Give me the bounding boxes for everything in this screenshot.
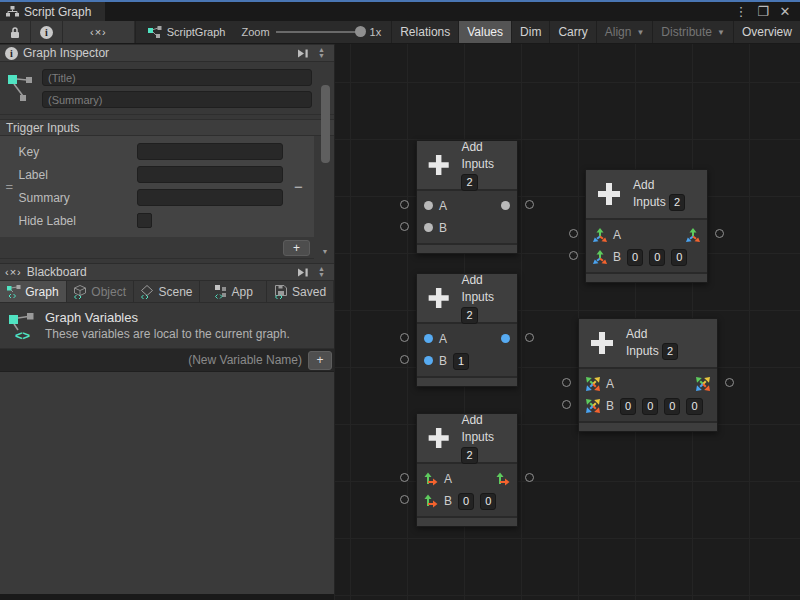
external-input-port-circle[interactable]: [569, 229, 578, 238]
dock-icon[interactable]: [297, 49, 309, 58]
external-output-port-circle[interactable]: [715, 229, 724, 238]
tab-scene[interactable]: Scene: [134, 281, 201, 302]
toolbar-button-distribute[interactable]: Distribute▼: [652, 21, 733, 43]
close-icon[interactable]: ✕: [776, 4, 794, 19]
vector2-port-icon[interactable]: [424, 472, 438, 486]
external-input-port-circle[interactable]: [562, 400, 571, 409]
port-value-box[interactable]: 0: [480, 493, 496, 510]
port-value-box[interactable]: 1: [453, 353, 469, 370]
vector3-port-icon[interactable]: [686, 228, 700, 242]
toolbar-button-relations[interactable]: Relations: [391, 21, 458, 43]
port-value-box[interactable]: 0: [620, 398, 636, 415]
vector4-port-icon[interactable]: [586, 399, 600, 413]
input-port[interactable]: [424, 221, 433, 235]
graph-canvas[interactable]: Add Inputs 2 A B Add Inputs 2 A: [335, 44, 800, 600]
output-port[interactable]: [496, 472, 510, 486]
node-header[interactable]: Add Inputs 2: [417, 414, 517, 462]
vector4-port-icon[interactable]: [696, 377, 710, 391]
toolbar-button-overview[interactable]: Overview: [733, 21, 800, 43]
node-header[interactable]: Add Inputs 2: [586, 170, 707, 218]
port-value-box[interactable]: 0: [671, 249, 687, 266]
external-input-port-circle[interactable]: [400, 222, 409, 231]
tab-graph[interactable]: Graph: [0, 281, 67, 302]
toolbar-button-align[interactable]: Align▼: [596, 21, 653, 43]
zoom-slider-handle[interactable]: [355, 26, 366, 37]
external-input-port-circle[interactable]: [400, 200, 409, 209]
remove-item-button[interactable]: −: [294, 178, 303, 195]
external-input-port-circle[interactable]: [562, 378, 571, 387]
graph-summary-input[interactable]: [42, 91, 312, 108]
graph-node-add-inputs[interactable]: Add Inputs 2 A B0000: [578, 318, 718, 432]
zoom-slider[interactable]: [276, 31, 364, 33]
external-output-port-circle[interactable]: [525, 473, 534, 482]
toolbar-button-carry[interactable]: Carry: [549, 21, 595, 43]
maximize-icon[interactable]: ❐: [754, 4, 772, 19]
external-input-port-circle[interactable]: [569, 251, 578, 260]
object-port-icon[interactable]: [424, 201, 433, 210]
input-port[interactable]: [593, 250, 607, 264]
vector2-port-icon[interactable]: [424, 494, 438, 508]
label-field[interactable]: [137, 166, 283, 183]
toolbar-button-dim[interactable]: Dim: [511, 21, 549, 43]
input-count-box[interactable]: 2: [461, 174, 477, 191]
input-port[interactable]: [586, 377, 600, 391]
external-output-port-circle[interactable]: [525, 333, 534, 342]
input-port[interactable]: [424, 199, 433, 213]
node-header[interactable]: Add Inputs 2: [579, 319, 717, 367]
port-value-box[interactable]: 0: [664, 398, 680, 415]
node-header[interactable]: Add Inputs 2: [417, 141, 517, 189]
input-port[interactable]: [424, 494, 438, 508]
port-value-box[interactable]: 0: [642, 398, 658, 415]
window-menu-icon[interactable]: ⋮: [732, 4, 750, 19]
external-input-port-circle[interactable]: [400, 473, 409, 482]
add-item-button[interactable]: +: [283, 240, 310, 256]
summary-field[interactable]: [137, 189, 283, 206]
output-port[interactable]: [501, 199, 510, 213]
external-input-port-circle[interactable]: [400, 333, 409, 342]
integer-port-icon[interactable]: [501, 334, 510, 343]
vector4-port-icon[interactable]: [586, 377, 600, 391]
node-header[interactable]: Add Inputs 2: [417, 274, 517, 322]
output-port[interactable]: [686, 228, 700, 242]
key-field[interactable]: [137, 143, 283, 160]
blackboard-scroll-arrows[interactable]: ▲▼: [314, 266, 329, 278]
info-button[interactable]: i: [31, 21, 63, 43]
graph-node-add-inputs[interactable]: Add Inputs 2 A B00: [416, 413, 518, 527]
input-count-box[interactable]: 2: [662, 343, 678, 360]
input-port[interactable]: [424, 332, 433, 346]
tab-object[interactable]: Object: [67, 281, 134, 302]
blackboard-dock-icon[interactable]: [297, 268, 309, 277]
scrollbar-thumb[interactable]: [321, 85, 330, 163]
port-value-box[interactable]: 0: [627, 249, 643, 266]
input-port[interactable]: [593, 228, 607, 242]
add-variable-button[interactable]: +: [308, 351, 332, 370]
input-port[interactable]: [424, 354, 433, 368]
graph-node-add-inputs[interactable]: Add Inputs 2 A B000: [585, 169, 708, 283]
integer-port-icon[interactable]: [424, 334, 433, 343]
output-port[interactable]: [696, 377, 710, 391]
inspector-scroll-arrows[interactable]: ▲▼: [314, 47, 329, 59]
external-output-port-circle[interactable]: [525, 200, 534, 209]
vector2-port-icon[interactable]: [496, 472, 510, 486]
input-count-box[interactable]: 2: [461, 307, 477, 324]
object-port-icon[interactable]: [424, 223, 433, 232]
drag-handle-icon[interactable]: =: [0, 143, 19, 229]
toolbar-button-values[interactable]: Values: [458, 21, 511, 43]
vector3-port-icon[interactable]: [593, 228, 607, 242]
external-input-port-circle[interactable]: [400, 355, 409, 364]
graph-title-input[interactable]: [42, 69, 312, 86]
graph-breadcrumb[interactable]: ScriptGraph: [148, 21, 226, 43]
external-output-port-circle[interactable]: [725, 378, 734, 387]
port-value-box[interactable]: 0: [458, 493, 474, 510]
port-value-box[interactable]: 0: [686, 398, 702, 415]
variables-list-empty[interactable]: [0, 372, 334, 594]
input-count-box[interactable]: 2: [669, 194, 685, 211]
vector3-port-icon[interactable]: [593, 250, 607, 264]
hide-label-checkbox[interactable]: [137, 213, 152, 228]
graph-node-add-inputs[interactable]: Add Inputs 2 A B: [416, 140, 518, 254]
input-count-box[interactable]: 2: [461, 447, 477, 464]
input-port[interactable]: [424, 472, 438, 486]
output-port[interactable]: [501, 332, 510, 346]
object-port-icon[interactable]: [501, 201, 510, 210]
input-port[interactable]: [586, 399, 600, 413]
